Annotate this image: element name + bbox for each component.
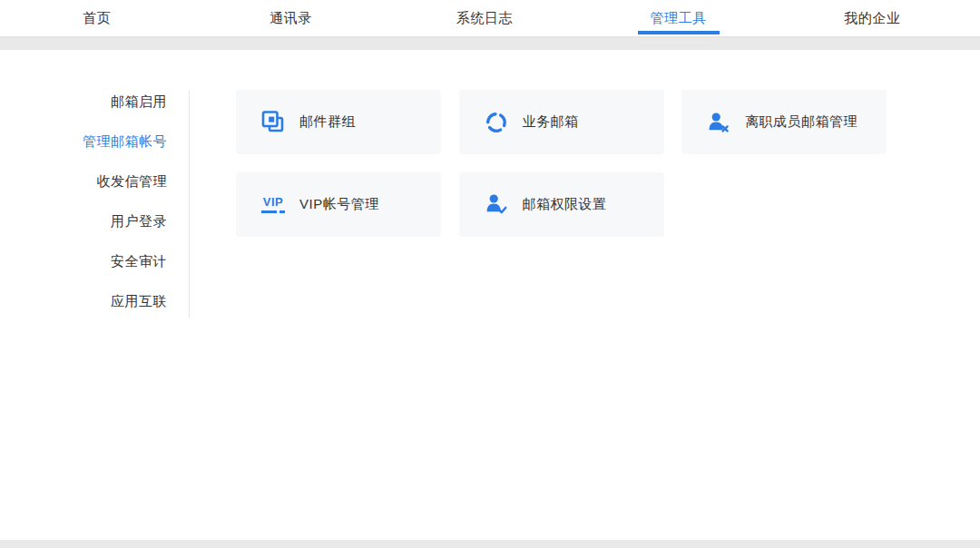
feature-cards-grid: 邮件群组 业务邮箱 xyxy=(236,90,889,237)
card-departed-member-mailbox[interactable]: 离职成员邮箱管理 xyxy=(681,90,887,154)
card-mail-group[interactable]: 邮件群组 xyxy=(236,90,441,154)
vip-icon-underline xyxy=(261,210,285,213)
card-label: 邮箱权限设置 xyxy=(523,196,607,213)
vip-icon-text: VIP xyxy=(263,196,283,209)
main-panel: 邮箱启用 管理邮箱帐号 收发信管理 用户登录 安全审计 应用互联 邮件群组 xyxy=(0,50,980,540)
sidebar-item-send-receive-management[interactable]: 收发信管理 xyxy=(0,161,167,201)
card-mailbox-permission[interactable]: 邮箱权限设置 xyxy=(459,172,664,237)
permission-person-check-icon xyxy=(485,191,508,217)
sidebar-item-security-audit[interactable]: 安全审计 xyxy=(0,241,167,281)
tab-contacts[interactable]: 通讯录 xyxy=(194,0,388,36)
sidebar-item-manage-mailbox-accounts[interactable]: 管理邮箱帐号 xyxy=(0,122,167,161)
sidebar-item-app-interconnect[interactable]: 应用互联 xyxy=(0,281,167,321)
page: 首页 通讯录 系统日志 管理工具 我的企业 邮箱启用 管理邮箱帐号 收发信管理 … xyxy=(0,0,980,548)
vip-text-icon: VIP xyxy=(261,191,285,217)
mail-group-icon xyxy=(261,110,285,135)
sidebar: 邮箱启用 管理邮箱帐号 收发信管理 用户登录 安全审计 应用互联 xyxy=(0,82,167,321)
card-label: 业务邮箱 xyxy=(523,113,579,131)
top-nav-bar: 首页 通讯录 系统日志 管理工具 我的企业 xyxy=(0,0,980,36)
tab-my-enterprise-label: 我的企业 xyxy=(844,10,900,27)
tab-system-log-label: 系统日志 xyxy=(456,10,513,27)
sidebar-item-user-login[interactable]: 用户登录 xyxy=(0,201,167,241)
card-label: 邮件群组 xyxy=(299,113,356,131)
card-vip-account[interactable]: VIP VIP帐号管理 xyxy=(236,172,441,237)
departed-member-person-x-icon xyxy=(707,110,730,135)
card-label: VIP帐号管理 xyxy=(299,196,379,213)
tab-my-enterprise[interactable]: 我的企业 xyxy=(775,0,969,36)
sidebar-divider xyxy=(189,91,190,318)
business-mailbox-cycle-icon xyxy=(485,110,508,135)
tab-admin-tools-label: 管理工具 xyxy=(651,10,707,27)
sidebar-item-mailbox-enable[interactable]: 邮箱启用 xyxy=(0,82,167,122)
card-label: 离职成员邮箱管理 xyxy=(745,113,858,131)
tab-admin-tools[interactable]: 管理工具 xyxy=(582,0,776,36)
tab-home[interactable]: 首页 xyxy=(0,0,194,36)
tab-system-log[interactable]: 系统日志 xyxy=(387,0,582,36)
active-tab-underline xyxy=(638,31,720,34)
tab-contacts-label: 通讯录 xyxy=(270,10,312,27)
card-business-mailbox[interactable]: 业务邮箱 xyxy=(459,90,664,154)
tab-home-label: 首页 xyxy=(83,10,111,27)
